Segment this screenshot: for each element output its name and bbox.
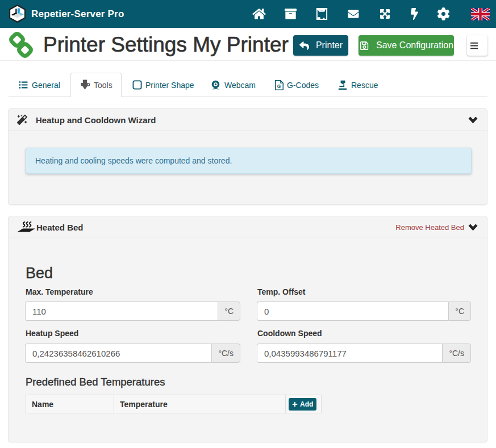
svg-text:G: G <box>277 83 281 89</box>
